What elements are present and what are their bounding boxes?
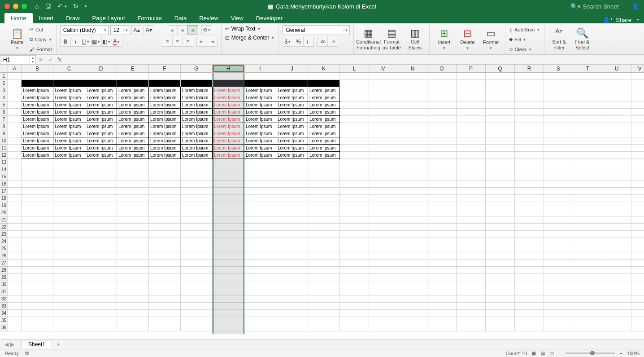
cell[interactable] [544, 80, 573, 87]
cell[interactable]: Lorem Ipsum [308, 145, 340, 152]
cell[interactable] [573, 224, 602, 231]
cell[interactable] [276, 274, 308, 281]
cell[interactable] [398, 324, 427, 331]
cell[interactable] [53, 295, 85, 303]
cell[interactable] [308, 245, 340, 252]
cell[interactable] [213, 181, 244, 188]
cell[interactable] [213, 195, 244, 202]
cell[interactable] [515, 101, 544, 109]
cell[interactable] [573, 145, 602, 152]
cell[interactable] [276, 173, 308, 181]
cell[interactable]: Lorem Ipsum [22, 116, 53, 123]
cell[interactable] [457, 202, 486, 209]
cell[interactable] [427, 274, 457, 281]
cell[interactable]: Lorem Ipsum [276, 137, 308, 145]
cell[interactable] [515, 94, 544, 101]
cell[interactable] [427, 123, 457, 130]
ribbon-tab-draw[interactable]: Draw [60, 13, 86, 23]
cell[interactable] [181, 238, 213, 245]
cell[interactable] [8, 87, 22, 94]
cell[interactable] [213, 295, 244, 303]
cell[interactable]: Lorem Ipsum [213, 101, 244, 109]
cell[interactable] [486, 303, 515, 310]
cell[interactable] [181, 267, 213, 274]
select-all-corner[interactable] [0, 65, 8, 73]
cell[interactable]: Lorem Ipsum [53, 87, 85, 94]
cell[interactable] [573, 181, 602, 188]
cell[interactable] [308, 188, 340, 195]
cell[interactable] [85, 181, 117, 188]
row-header-17[interactable]: 17 [0, 188, 8, 195]
find-select-button[interactable]: 🔍Find & Select [571, 26, 593, 53]
cell[interactable] [602, 137, 631, 145]
row-header-18[interactable]: 18 [0, 195, 8, 202]
cell[interactable] [8, 123, 22, 130]
cell[interactable] [276, 73, 308, 80]
cell[interactable] [308, 252, 340, 260]
cell[interactable]: Lorem Ipsum [149, 137, 181, 145]
cell[interactable] [398, 188, 427, 195]
cell[interactable] [398, 238, 427, 245]
cell[interactable] [573, 274, 602, 281]
cell[interactable] [573, 116, 602, 123]
cell[interactable] [544, 73, 573, 80]
cell[interactable] [22, 310, 53, 317]
cell[interactable]: Lorem Ipsum [53, 130, 85, 137]
cell[interactable] [213, 260, 244, 267]
ribbon-tab-view[interactable]: View [225, 13, 250, 23]
col-header-M[interactable]: M [369, 65, 398, 72]
cell[interactable] [486, 202, 515, 209]
cell[interactable]: Lorem Ipsum [213, 87, 244, 94]
view-normal-button[interactable]: ▦ [531, 350, 536, 356]
col-header-J[interactable]: J [276, 65, 308, 72]
cell[interactable]: Lorem Ipsum [149, 87, 181, 94]
cell[interactable]: Lorem Ipsum [181, 109, 213, 116]
row-header-1[interactable]: 1 [0, 73, 8, 80]
fx-icon[interactable]: fx [56, 57, 63, 63]
window-minimize[interactable] [13, 4, 18, 9]
cell[interactable] [427, 109, 457, 116]
col-header-E[interactable]: E [117, 65, 149, 72]
align-middle-button[interactable]: ≡ [177, 25, 188, 35]
cell[interactable] [340, 188, 369, 195]
cell[interactable] [544, 94, 573, 101]
cell[interactable] [85, 159, 117, 166]
cell[interactable] [340, 252, 369, 260]
cell[interactable] [398, 202, 427, 209]
cell[interactable] [22, 216, 53, 224]
cell[interactable] [486, 166, 515, 173]
cell[interactable] [244, 238, 276, 245]
cell[interactable] [573, 159, 602, 166]
cell[interactable] [85, 216, 117, 224]
cell[interactable] [244, 267, 276, 274]
cell[interactable] [244, 295, 276, 303]
cell[interactable] [181, 274, 213, 281]
cell[interactable] [85, 303, 117, 310]
cell[interactable] [276, 216, 308, 224]
cell[interactable] [340, 101, 369, 109]
cell[interactable] [544, 303, 573, 310]
cell[interactable]: Lorem Ipsum [22, 123, 53, 130]
cell[interactable] [181, 202, 213, 209]
cell[interactable] [631, 159, 644, 166]
cell[interactable] [340, 202, 369, 209]
cell[interactable] [544, 87, 573, 94]
view-page-break-button[interactable]: ▭ [549, 350, 554, 356]
row-header-10[interactable]: 10 [0, 137, 8, 145]
cell[interactable]: Lorem Ipsum [276, 130, 308, 137]
cell[interactable] [213, 231, 244, 238]
cell[interactable] [53, 267, 85, 274]
cell[interactable] [276, 267, 308, 274]
cell[interactable] [486, 274, 515, 281]
cell[interactable] [308, 317, 340, 324]
row-header-2[interactable]: 2 [0, 80, 8, 87]
cell[interactable] [515, 209, 544, 216]
cell[interactable] [369, 238, 398, 245]
cell[interactable] [369, 274, 398, 281]
cell[interactable] [244, 195, 276, 202]
cell[interactable] [486, 173, 515, 181]
cell[interactable] [573, 324, 602, 331]
cell[interactable] [486, 224, 515, 231]
cell[interactable] [85, 274, 117, 281]
cell[interactable] [276, 245, 308, 252]
